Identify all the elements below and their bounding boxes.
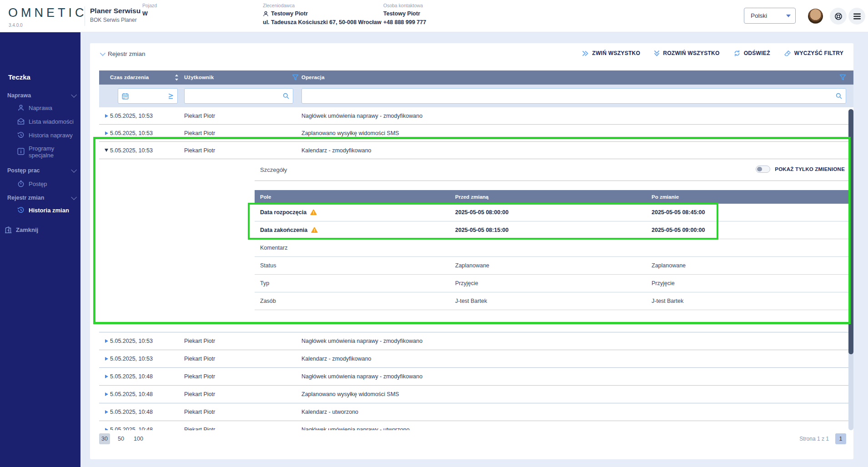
table-row[interactable]: 5.05.2025, 10:48 Piekart Piotr Zaplanowa… [99,386,853,403]
language-select[interactable]: Polski [744,8,796,24]
section-collapse-toggle[interactable]: Rejestr zmian [100,50,146,57]
clear-filters-button[interactable]: WYCZYŚĆ FILTRY [784,50,843,57]
cell-user: Piekart Piotr [184,125,215,142]
cell-operation: Kalendarz - zmodyfikowano [301,350,371,368]
detail-before: 2025-05-05 08:00:00 [455,204,508,221]
cell-operation: Zaplanowano wysyłkę widomości SMS [301,386,399,403]
contact-name: Testowy Piotr [383,10,420,17]
expand-arrow-icon[interactable] [102,368,111,385]
table-header: Czas zdarzenia Użytkownik Operacja [99,70,853,85]
sidebar-item-lista-wiadomosci[interactable]: Lista wiadomości [17,118,78,125]
expand-arrow-icon[interactable] [102,332,111,350]
search-icon[interactable] [283,93,289,99]
show-only-changed-toggle[interactable]: POKAŻ TYLKO ZMIENIONE [756,166,845,173]
sidebar-item-programy-specjalne[interactable]: Programy specjalne [17,145,78,159]
sidebar-item-label: Naprawa [29,105,52,111]
toggle-switch[interactable] [756,166,770,173]
detail-after: J-test Bartek [652,292,683,310]
table-row-expanded[interactable]: 5.05.2025, 10:53 Piekart Piotr Kalendarz… [99,142,853,159]
details-row: Komentarz [255,239,848,257]
sidebar-group-naprawa[interactable]: Naprawa [7,91,75,100]
search-icon[interactable] [836,93,842,99]
greater-equal-icon[interactable] [168,93,174,99]
sidebar-group-postep-prac[interactable]: Postęp prac [7,166,75,175]
client-block: Zleceniodawca Testowy Piotr ul. Tadeusza… [263,3,381,25]
toolbar-actions: ZWIŃ WSZYSTKO ROZWIŃ WSZYSTKO ODŚWIEŻ WY… [582,50,843,57]
column-header-time[interactable]: Czas zdarzenia [110,70,149,85]
collapse-all-label: ZWIŃ WSZYSTKO [592,50,640,56]
sidebar-item-postep[interactable]: Postęp [17,180,78,187]
cell-user: Piekart Piotr [184,350,215,368]
table-row[interactable]: 5.05.2025, 10:53 Piekart Piotr Kalendarz… [99,350,853,368]
collapse-arrow-icon[interactable] [102,142,111,159]
scrollbar-thumb[interactable] [848,109,853,354]
column-header-operation[interactable]: Operacja [301,70,325,85]
cell-operation: Nagłówek umówienia naprawy - zmodyfikowa… [301,332,422,350]
user-filter-input[interactable] [188,89,280,103]
contact-label: Osoba kontaktowa [383,3,426,8]
divider [255,181,848,181]
page-number-button[interactable]: 1 [835,433,846,444]
detail-before: Zaplanowane [455,257,489,274]
filter-icon[interactable] [839,74,846,81]
details-row: Data zakończenia 2025-05-05 08:15:00 202… [255,221,848,239]
person-icon [17,104,25,111]
sidebar-group-rejestr-zmian[interactable]: Rejestr zmian [7,194,75,202]
sidebar-item-naprawa[interactable]: Naprawa [17,104,78,111]
operation-filter-input[interactable] [306,89,833,103]
refresh-button[interactable]: ODŚWIEŻ [733,50,770,57]
sidebar-item-label: Historia naprawy [29,132,73,139]
collapse-all-button[interactable]: ZWIŃ WSZYSTKO [582,50,640,57]
sort-icon[interactable] [175,74,179,81]
row-details-panel: Szczegóły POKAŻ TYLKO ZMIENIONE Pole Prz… [99,159,853,332]
detail-field: Data rozpoczęcia [260,204,306,221]
exit-door-icon [5,226,12,234]
details-header: Pole Przed zmianą Po zmianie [255,190,848,204]
vertical-scrollbar[interactable] [848,109,853,430]
table-row[interactable]: 5.05.2025, 10:48 Piekart Piotr Nagłówek … [99,368,853,386]
table-row[interactable]: 5.05.2025, 10:53 Piekart Piotr Nagłówek … [99,332,853,350]
help-button[interactable] [830,8,847,25]
table-row-partial[interactable]: 5.05.2025, 10:48 Piekart Piotr Nagłówek … [99,421,853,430]
page-size-selector: 30 50 100 [99,433,145,444]
expand-arrow-icon[interactable] [102,421,111,430]
page-size-30[interactable]: 30 [99,433,110,444]
expand-all-button[interactable]: ROZWIŃ WSZYSTKO [654,50,720,57]
details-column-field: Pole [260,190,271,204]
cell-operation: Nagłówek umówienia naprawy - utworzono [301,421,410,430]
refresh-icon [733,50,741,57]
filter-icon[interactable] [292,74,299,81]
expand-arrow-icon[interactable] [102,403,111,421]
expand-arrow-icon[interactable] [102,350,111,367]
sidebar-item-historia-naprawy[interactable]: Historia naprawy [17,131,78,139]
table-row[interactable]: 5.05.2025, 10:53 Piekart Piotr Nagłówek … [99,107,853,125]
user-filter-field [184,88,293,104]
history-icon [17,206,25,214]
clear-filters-label: WYCZYŚĆ FILTRY [794,50,843,56]
detail-field: Status [260,257,276,274]
page-size-100[interactable]: 100 [132,433,145,444]
table-row[interactable]: 5.05.2025, 10:48 Piekart Piotr Kalendarz… [99,403,853,421]
vehicle-block: Pojazd W [142,3,157,17]
table-row[interactable]: 5.05.2025, 10:53 Piekart Piotr Zaplanowa… [99,125,853,142]
details-rows: Data rozpoczęcia 2025-05-05 08:00:00 202… [255,204,848,310]
filter-row [99,85,853,107]
menu-button[interactable] [848,8,865,25]
page-size-50[interactable]: 50 [115,433,126,444]
details-row: Status Zaplanowane Zaplanowane [255,257,848,275]
sidebar-item-historia-zmian[interactable]: Historia zmian [17,206,78,214]
expand-arrow-icon[interactable] [102,386,111,403]
expand-arrow-icon[interactable] [102,125,111,141]
time-filter-input[interactable] [131,89,165,103]
details-column-after: Po zmianie [652,190,679,204]
details-row: Zasób J-test Bartek J-test Bartek [255,292,848,310]
calendar-icon[interactable] [122,93,129,100]
warning-icon [311,227,318,233]
close-folder-button[interactable]: Zamknij [5,226,38,234]
user-avatar[interactable] [808,9,823,24]
expand-arrow-icon[interactable] [102,107,111,124]
cell-user: Piekart Piotr [184,386,215,403]
column-header-user[interactable]: Użytkownik [184,70,214,85]
details-column-before: Przed zmianą [455,190,489,204]
detail-after: Zaplanowane [652,257,686,274]
